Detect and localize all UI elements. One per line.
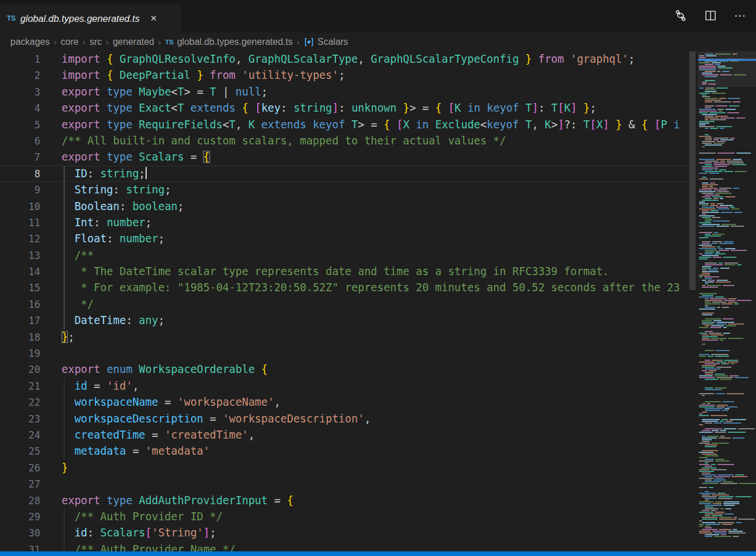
breadcrumb-item-src[interactable]: src: [90, 37, 102, 47]
breadcrumb-item-symbol[interactable]: Scalars: [318, 37, 348, 47]
editor-actions: ⋯: [673, 8, 748, 23]
line-number[interactable]: 27: [0, 476, 40, 492]
code-line[interactable]: 28export type AddAuthProviderInput = {: [0, 493, 688, 509]
line-number[interactable]: 8: [0, 166, 40, 181]
line-number[interactable]: 3: [0, 84, 40, 100]
code-line[interactable]: 22 workspaceName = 'workspaceName',: [0, 394, 688, 410]
code-line[interactable]: 14 * The DateTime scalar type represents…: [0, 264, 688, 280]
chevron-right-icon: ›: [83, 37, 86, 47]
tab-global-db-types[interactable]: TS global.db.types.generated.ts ✕: [0, 5, 182, 32]
code-line[interactable]: 23 workspaceDescription = 'workspaceDesc…: [0, 411, 688, 427]
minimap-slider[interactable]: [698, 51, 756, 87]
editor-scrollbar[interactable]: [688, 51, 697, 551]
code-line[interactable]: 4export type Exact<T extends { [key: str…: [0, 100, 688, 116]
code-line[interactable]: 6/** All built-in and custom scalars, ma…: [0, 133, 688, 149]
chevron-right-icon: ›: [158, 37, 161, 47]
code-editor[interactable]: 1import { GraphQLResolveInfo, GraphQLSca…: [0, 51, 688, 551]
line-number[interactable]: 16: [0, 296, 40, 313]
code-line[interactable]: 9 String: string;: [0, 182, 688, 198]
code-line[interactable]: 17 DateTime: any;: [0, 313, 688, 329]
chevron-right-icon: ›: [106, 37, 109, 47]
line-number[interactable]: 19: [0, 345, 40, 361]
code-lines: 1import { GraphQLResolveInfo, GraphQLSca…: [0, 51, 688, 551]
code-line[interactable]: 15 * For example: "1985-04-12T23:20:50.5…: [0, 280, 688, 296]
chevron-right-icon: ›: [54, 37, 57, 47]
code-line[interactable]: 7export type Scalars = {: [0, 149, 688, 165]
code-line[interactable]: 19: [0, 345, 688, 361]
code-line[interactable]: 26}: [0, 460, 688, 476]
line-number[interactable]: 9: [0, 182, 40, 198]
code-line[interactable]: 12 Float: number;: [0, 231, 688, 247]
code-line[interactable]: 8 ID: string;: [0, 166, 688, 182]
more-actions-icon[interactable]: ⋯: [733, 8, 748, 23]
open-changes-icon[interactable]: [673, 8, 688, 23]
line-number[interactable]: 20: [0, 361, 40, 378]
code-line[interactable]: 21 id = 'id',: [0, 378, 688, 394]
code-line[interactable]: 30 id: Scalars['String'];: [0, 525, 688, 541]
symbol-type-icon: [304, 37, 314, 47]
line-number[interactable]: 5: [0, 117, 40, 133]
scrollbar-slider[interactable]: [689, 51, 696, 290]
line-number[interactable]: 15: [0, 280, 40, 296]
split-editor-icon[interactable]: [703, 8, 718, 23]
typescript-file-icon: TS: [165, 39, 174, 45]
line-number[interactable]: 21: [0, 378, 40, 394]
line-number[interactable]: 25: [0, 443, 40, 459]
code-line[interactable]: 5export type RequireFields<T, K extends …: [0, 117, 688, 133]
line-number[interactable]: 24: [0, 427, 40, 443]
line-number[interactable]: 26: [0, 460, 40, 476]
line-number[interactable]: 10: [0, 199, 40, 215]
line-number[interactable]: 29: [0, 509, 40, 525]
code-line[interactable]: 29 /** Auth Provider ID */: [0, 509, 688, 525]
code-line[interactable]: 3export type Maybe<T> = T | null;: [0, 84, 688, 100]
code-line[interactable]: 10 Boolean: boolean;: [0, 199, 688, 215]
line-number[interactable]: 6: [0, 133, 40, 149]
line-number[interactable]: 22: [0, 394, 40, 410]
breadcrumb-item-file[interactable]: global.db.types.generated.ts: [177, 37, 293, 47]
code-line[interactable]: 11 Int: number;: [0, 215, 688, 231]
breadcrumb-item-generated[interactable]: generated: [113, 37, 154, 47]
vscode-window: TS global.db.types.generated.ts ✕ ⋯: [0, 0, 756, 556]
text-cursor: [146, 167, 147, 179]
breadcrumb-item-core[interactable]: core: [61, 37, 79, 47]
code-line[interactable]: 13 /**: [0, 247, 688, 264]
line-number[interactable]: 2: [0, 67, 40, 83]
tab-bar: TS global.db.types.generated.ts ✕ ⋯: [0, 0, 756, 32]
breadcrumb-item-packages[interactable]: packages: [10, 37, 50, 47]
tab-title: global.db.types.generated.ts: [20, 13, 139, 24]
line-number[interactable]: 4: [0, 100, 40, 116]
code-line[interactable]: 2import { DeepPartial } from 'utility-ty…: [0, 67, 688, 83]
line-number[interactable]: 11: [0, 215, 40, 231]
minimap[interactable]: [698, 51, 756, 551]
line-number[interactable]: 23: [0, 411, 40, 427]
line-number[interactable]: 13: [0, 247, 40, 264]
line-number[interactable]: 30: [0, 525, 40, 541]
code-line[interactable]: 25 metadata = 'metadata': [0, 443, 688, 459]
line-number[interactable]: 28: [0, 493, 40, 509]
code-line[interactable]: 20export enum WorkspaceOrderable {: [0, 361, 688, 378]
line-number[interactable]: 14: [0, 264, 40, 280]
code-line[interactable]: 24 createdTime = 'createdTime',: [0, 427, 688, 443]
line-number[interactable]: 17: [0, 313, 40, 329]
code-line[interactable]: 31 /** Auth Provider Name */: [0, 542, 688, 551]
code-line[interactable]: 16 */: [0, 296, 688, 313]
line-number[interactable]: 7: [0, 149, 40, 165]
line-number[interactable]: 18: [0, 329, 40, 345]
status-bar: [0, 551, 756, 556]
typescript-file-icon: TS: [7, 14, 16, 22]
minimap-content: [698, 51, 756, 540]
code-line[interactable]: 1import { GraphQLResolveInfo, GraphQLSca…: [0, 51, 688, 67]
breadcrumb: packages › core › src › generated › TS g…: [0, 32, 756, 51]
line-number[interactable]: 12: [0, 231, 40, 247]
line-number[interactable]: 1: [0, 51, 40, 67]
code-line[interactable]: 27: [0, 476, 688, 492]
line-number[interactable]: 31: [0, 542, 40, 551]
code-line[interactable]: 18};: [0, 329, 688, 345]
close-icon[interactable]: ✕: [148, 12, 160, 25]
chevron-right-icon: ›: [297, 37, 300, 47]
